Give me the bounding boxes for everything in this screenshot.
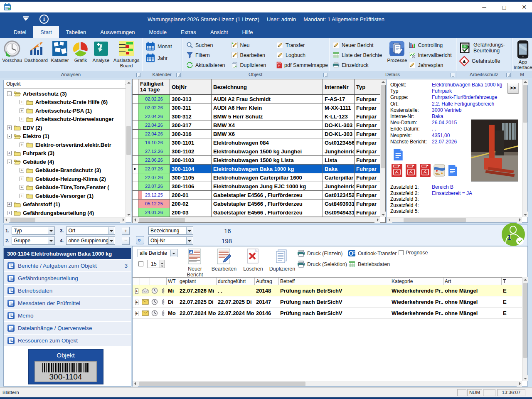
report-row[interactable]: Mi 22.07.2026 Mi . . 20148 Prüfung nach …	[133, 285, 522, 296]
tree-item[interactable]: +Arbeitsschutz-PSA (1)	[4, 106, 126, 115]
tree-item[interactable]: +Gefährdungsbeurteilung (4)	[4, 209, 126, 217]
expander-icon[interactable]: -	[7, 134, 12, 138]
druck-selektion-button[interactable]: Druck (Selektion)	[297, 261, 347, 268]
grafik-button[interactable]: Grafik	[71, 39, 90, 71]
expander-icon[interactable]: +	[7, 126, 12, 130]
duplizieren-button[interactable]: Duplizieren	[268, 248, 296, 272]
col-wt[interactable]: WT	[167, 278, 178, 285]
expander-icon[interactable]: +	[7, 202, 12, 207]
menu-tabellen[interactable]: Tabellen	[59, 26, 93, 38]
expander-icon[interactable]: +	[20, 168, 24, 172]
nav-ressourcen[interactable]: Ressourcen zum Objekt	[4, 335, 131, 346]
expander-icon[interactable]: +	[20, 108, 24, 113]
col-auftrag[interactable]: Auftrag	[255, 278, 279, 285]
expand-details-button[interactable]: >>	[507, 83, 518, 94]
pdf-attachment-icon[interactable]	[419, 163, 431, 177]
expander-icon[interactable]: +	[20, 185, 24, 190]
tree-item[interactable]: -Elektro (1)	[4, 132, 126, 141]
grouping3-select[interactable]: Ort	[66, 227, 115, 235]
betriebsdaten-button[interactable]: Betriebsdaten	[348, 261, 390, 268]
table-row[interactable]: 22.04.26300-312BMW 5 Herr SchulzK-LL-123…	[133, 112, 380, 121]
vorschau-button[interactable]: Vorschau	[1, 39, 24, 71]
table-row[interactable]: 22.04.26300-316BMW X6DO-KL-303Fuhrpar	[133, 130, 380, 138]
tree-item[interactable]: -Gebäude (4)	[4, 158, 126, 166]
tree-item[interactable]: +Gebäude-Brandschutz (3)	[4, 166, 126, 175]
prozesse-button[interactable]: Prozesse	[386, 39, 409, 69]
expander-icon[interactable]: +	[20, 100, 24, 104]
remove-grouping-button[interactable]: −	[122, 237, 130, 245]
loeschen-button[interactable]: Löschen	[239, 248, 267, 272]
object-table-horizontal-scrollbar[interactable]	[133, 217, 380, 222]
gefaehrdungs-beurteilung-button[interactable]: Gefährdungs-Beurteilung	[459, 41, 511, 55]
neuer-bericht-button[interactable]: Neuer Bericht	[332, 41, 386, 49]
pdf-attachment-icon[interactable]	[405, 163, 417, 177]
table-row[interactable]: 22.06.26300-1103Elektrohubwagen 1500 kg …	[133, 156, 380, 165]
aktualisieren-button[interactable]: Aktualisieren	[186, 61, 231, 69]
controlling-button[interactable]: Controlling	[409, 41, 455, 49]
document-icon[interactable]	[393, 148, 404, 161]
transfer-button[interactable]: Transfer	[276, 41, 328, 49]
menu-auswertungen[interactable]: Auswertungen	[93, 26, 142, 38]
grouping2-select[interactable]: Gruppe	[12, 236, 55, 245]
monat-button[interactable]: Monat	[145, 42, 181, 50]
details-horizontal-scrollbar[interactable]	[387, 217, 522, 222]
pdf-attachment-icon[interactable]	[391, 163, 403, 177]
reports-vertical-scrollbar[interactable]	[522, 277, 527, 381]
tree-item[interactable]: +Fuhrpark (3)	[4, 149, 126, 158]
druck-einzeln-button[interactable]: Druck (Einzeln)	[297, 250, 342, 257]
expand-row-icon[interactable]	[135, 311, 138, 316]
col-faelligkeit[interactable]: Fälligkeit14 Tage	[138, 79, 170, 94]
jahresplan-button[interactable]: Jahresplan	[409, 61, 455, 69]
grouping1-select[interactable]: Typ	[12, 227, 55, 235]
nav-memo[interactable]: Memo	[4, 310, 131, 321]
col-betreff[interactable]: Betreff	[279, 278, 390, 285]
pdf-sammelmappe-button[interactable]: pdf Sammelmappe	[276, 61, 328, 69]
expand-row-icon[interactable]	[135, 300, 138, 305]
expander-icon[interactable]: -	[7, 91, 12, 96]
col-bezeichnung[interactable]: Bezeichnung	[212, 79, 323, 94]
expander-icon[interactable]: +	[20, 143, 24, 147]
dialog-launcher-icon[interactable]	[176, 73, 181, 77]
sort2-select[interactable]: Obj-Nr	[148, 236, 193, 245]
expander-icon[interactable]: +	[20, 194, 24, 198]
menu-module[interactable]: Module	[142, 26, 174, 38]
tree-vertical-scrollbar[interactable]	[126, 80, 131, 217]
table-row-selected[interactable]: 22.07.26300-1104Elektrohubwagen Baka 100…	[133, 165, 380, 173]
menu-extras[interactable]: Extras	[174, 26, 203, 38]
dialog-launcher-icon[interactable]	[136, 73, 141, 77]
nav-gefaehrdungsbeurteilung[interactable]: Gefährdungsbeurteilung	[4, 272, 131, 284]
outlook-transfer-button[interactable]: Outlook-Transfer	[348, 250, 397, 257]
col-typ[interactable]: Typ	[355, 79, 380, 94]
duplizieren-button[interactable]: Duplizieren	[231, 61, 277, 69]
menu-datei[interactable]: Datei	[7, 26, 33, 38]
maximize-button[interactable]	[500, 3, 509, 11]
dialog-launcher-icon[interactable]	[451, 73, 455, 77]
table-row[interactable]: 24.01.26200-03Gabelstapler E4566 , Flurf…	[133, 208, 380, 217]
tree-item[interactable]: +Gefahrstoff (1)	[4, 200, 126, 209]
map-attachment-icon[interactable]	[433, 164, 445, 177]
document-attachment-icon[interactable]	[448, 165, 458, 176]
dialog-launcher-icon[interactable]	[506, 73, 511, 77]
expander-icon[interactable]: +	[20, 117, 24, 121]
table-row[interactable]: 05.12.25200-02Gabelstapler E4566 , Flurf…	[133, 200, 380, 208]
kataster-button[interactable]: Kataster	[49, 39, 71, 71]
nav-messdaten[interactable]: Messdaten der Prüfmittel	[4, 297, 131, 309]
col-art[interactable]: Art	[443, 278, 502, 285]
tree-item[interactable]: -Arbeitsschutz (3)	[4, 89, 126, 98]
table-row[interactable]: 29.12.25200-01Gabelstapler E4566 , Flurf…	[133, 191, 380, 200]
grouping4-select[interactable]: ohne Gruppierung	[66, 236, 115, 245]
report-count-spinner[interactable]: 15	[148, 260, 165, 268]
user-count-badge[interactable]: 1	[502, 223, 525, 246]
table-row[interactable]: 19.10.26300-1101Elektrohubwagen 084Gst01…	[133, 138, 380, 147]
object-photo[interactable]	[471, 119, 518, 182]
expander-icon[interactable]: -	[7, 160, 12, 164]
close-button[interactable]	[520, 3, 529, 11]
col-t[interactable]: T	[502, 278, 522, 285]
reports-horizontal-scrollbar[interactable]	[133, 381, 522, 386]
nav-berichte-aufgaben[interactable]: Berichte / Aufgaben zum Objekt3	[4, 260, 131, 271]
collapse-chevrons-button[interactable]	[136, 236, 144, 244]
table-row[interactable]: 27.12.26300-1102Elektrohubwagen 1500 kg …	[133, 147, 380, 156]
bearbeiten-button[interactable]: Bearbeiten	[231, 51, 277, 59]
col-durchgefuehrt[interactable]: durchgeführt	[217, 278, 255, 285]
table-row[interactable]: 02.02.26300-313AUDI A2 Frau SchmidtF-AS-…	[133, 95, 380, 103]
